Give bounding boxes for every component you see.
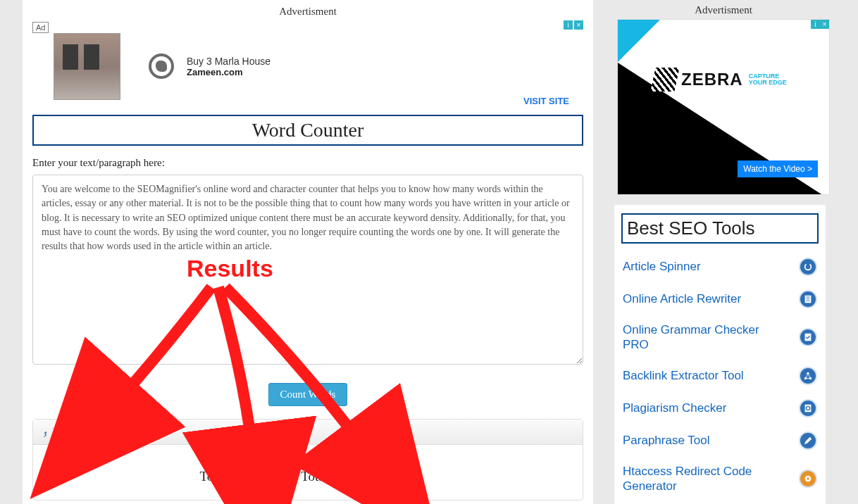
ad-domain: Zameen.com	[187, 67, 271, 77]
side-ad-banner[interactable]: ZEBRA CAPTURE YOUR EDGE Watch the Video …	[617, 19, 830, 195]
zebra-brand-text: ZEBRA	[681, 70, 743, 89]
text-input[interactable]	[32, 175, 583, 365]
ad-badge: Ad	[32, 22, 49, 33]
gear-icon	[799, 470, 817, 488]
sidebar-tool-item[interactable]: Online Article Rewriter	[621, 283, 819, 315]
ad-info-icon[interactable]: i	[564, 20, 573, 30]
doc-check-icon	[799, 328, 817, 346]
ad-title: Buy 3 Marla House	[187, 56, 271, 67]
watch-video-button[interactable]: Watch the Video >	[738, 160, 818, 177]
sidebar-tool-item[interactable]: Plagiarism Checker	[621, 392, 819, 424]
sidebar-tool-item[interactable]: Backlink Extractor Tool	[621, 360, 819, 392]
sidebar-tool-item[interactable]: Htaccess Redirect Code Generator	[621, 457, 819, 501]
tools-title: Best SEO Tools	[627, 218, 813, 239]
main-column: Advertisment Ad Buy 3 Marla House Zameen…	[23, 0, 593, 504]
tool-item-label: Online Article Rewriter	[623, 291, 741, 306]
textarea-label: Enter your text/paragraph here:	[32, 157, 583, 169]
ad-cta-link[interactable]: VISIT SITE	[523, 96, 569, 106]
result-header-text: Result	[53, 426, 80, 438]
sidebar-tool-item[interactable]: Online Grammar Checker PRO	[621, 315, 819, 360]
tool-item-label: Paraphrase Tool	[623, 433, 710, 448]
page-title: Word Counter	[34, 119, 582, 141]
side-ad-info-icon[interactable]: i	[811, 20, 820, 29]
zebra-icon	[650, 68, 679, 92]
tool-item-label: Online Grammar Checker PRO	[623, 322, 785, 353]
ad-thumbnail	[54, 33, 120, 100]
svg-rect-3	[806, 298, 809, 299]
chars-value: 586	[396, 469, 416, 484]
network-icon	[799, 367, 817, 385]
seo-tools-card: Best SEO Tools Article SpinnerOnline Art…	[614, 205, 826, 504]
globe-icon	[149, 53, 174, 79]
doc-icon	[799, 290, 817, 308]
zebra-tag2: YOUR EDGE	[749, 80, 787, 86]
words-label: Total Words:	[199, 469, 271, 484]
pencil-icon	[799, 431, 817, 450]
svg-rect-2	[806, 297, 809, 298]
sidebar-column: Advertisment ZEBRA CAPTURE YOUR EDGE Wat…	[607, 0, 840, 504]
spinner-icon	[799, 258, 817, 276]
tools-title-box: Best SEO Tools	[621, 213, 819, 244]
top-ad-label: Advertisment	[32, 0, 583, 20]
svg-point-12	[807, 477, 809, 480]
ad-close-icon[interactable]: ×	[574, 20, 583, 30]
side-ad-label: Advertisment	[607, 0, 840, 19]
result-body: Total Words: 106 | Total Characters: 586	[33, 445, 583, 500]
result-separator: |	[292, 469, 301, 484]
side-ad-close-icon[interactable]: ×	[820, 20, 829, 29]
tool-item-label: Article Spinner	[623, 259, 701, 274]
pin-icon	[42, 429, 49, 436]
count-words-button[interactable]: Count Words	[268, 383, 348, 406]
words-value: 106	[272, 469, 292, 484]
svg-point-0	[805, 264, 812, 270]
tool-item-label: Backlink Extractor Tool	[623, 368, 744, 383]
tool-item-label: Htaccess Redirect Code Generator	[623, 464, 785, 494]
page-title-box: Word Counter	[32, 115, 583, 146]
tool-item-label: Plagiarism Checker	[623, 401, 726, 415]
sidebar-tool-item[interactable]: Article Spinner	[621, 251, 819, 283]
chars-label: Total Characters:	[301, 469, 396, 484]
top-ad-banner[interactable]: Ad Buy 3 Marla House Zameen.com VISIT SI…	[32, 20, 583, 112]
sidebar-tool-item[interactable]: Paraphrase Tool	[621, 424, 819, 457]
svg-rect-4	[806, 301, 809, 301]
doc2-icon	[799, 399, 817, 417]
zebra-logo: ZEBRA CAPTURE YOUR EDGE	[653, 68, 787, 92]
result-panel: Result Total Words: 106 | Total Characte…	[32, 419, 583, 500]
result-header: Result	[33, 420, 583, 445]
